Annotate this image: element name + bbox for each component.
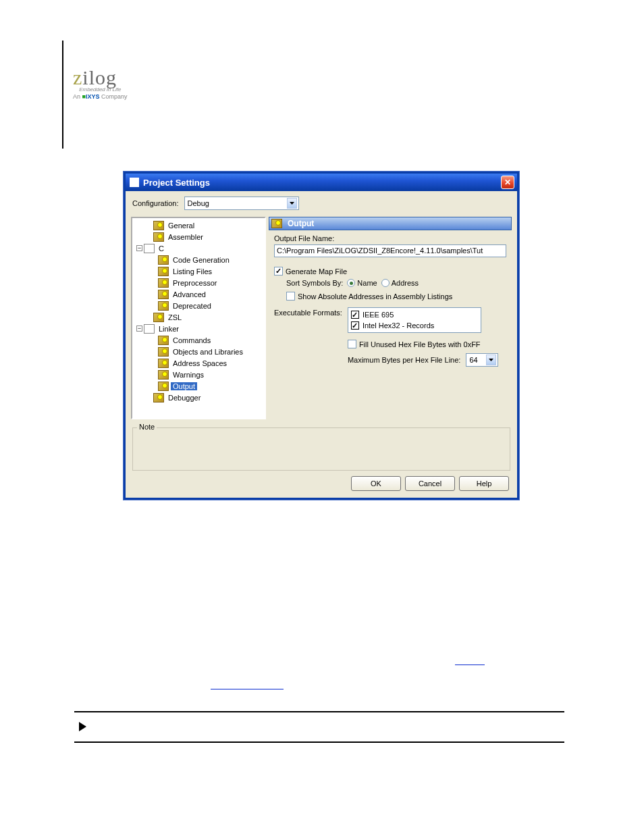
configuration-select[interactable]: Debug <box>184 197 299 210</box>
configuration-value: Debug <box>188 199 209 207</box>
format-intelhex-label: Intel Hex32 - Records <box>363 321 434 330</box>
close-button[interactable]: ✕ <box>501 176 514 189</box>
horizontal-rule-top <box>74 711 564 712</box>
configuration-label: Configuration: <box>132 199 179 207</box>
svg-marker-1 <box>489 359 493 361</box>
fill-unused-checkbox[interactable] <box>348 340 356 348</box>
panel-heading-bar: Output <box>269 217 512 230</box>
folder-icon <box>144 324 155 334</box>
dropdown-arrow-icon <box>486 355 496 365</box>
collapse-icon[interactable]: − <box>136 245 142 251</box>
tree-commands[interactable]: Commands <box>134 334 265 346</box>
tree-advanced[interactable]: Advanced <box>134 288 265 300</box>
panel-heading: Output <box>288 219 314 228</box>
output-panel: Output Output File Name: C:\Program File… <box>269 217 512 419</box>
generate-map-checkbox[interactable] <box>274 267 283 276</box>
node-icon <box>158 278 169 288</box>
sort-name-radio[interactable] <box>347 279 355 287</box>
tree-linker[interactable]: −Linker <box>134 323 265 334</box>
generate-map-label: Generate Map File <box>286 267 347 276</box>
tree-general[interactable]: General <box>134 219 265 231</box>
tree-zsl[interactable]: ZSL <box>134 311 265 323</box>
max-bytes-value: 64 <box>469 356 477 364</box>
horizontal-rule-bottom <box>74 741 564 743</box>
folder-icon <box>144 244 155 253</box>
tree-output[interactable]: Output <box>134 380 265 392</box>
titlebar[interactable]: Project Settings ✕ <box>126 174 517 191</box>
tree-c[interactable]: −C <box>134 242 265 254</box>
cancel-button[interactable]: Cancel <box>405 476 455 491</box>
note-legend: Note <box>137 423 157 431</box>
sort-symbols-label: Sort Symbols By: <box>286 279 343 287</box>
logo-tagline: Embedded in Life <box>73 86 128 93</box>
window-title: Project Settings <box>143 178 501 188</box>
sort-name-label: Name <box>357 279 377 287</box>
settings-tree[interactable]: General Assembler −C Code Generation Lis… <box>131 217 266 419</box>
node-icon <box>158 382 169 391</box>
link-underline <box>211 689 284 689</box>
tree-preproc[interactable]: Preprocessor <box>134 277 265 288</box>
node-icon <box>153 232 164 242</box>
sort-address-label: Address <box>392 279 419 287</box>
tree-assembler[interactable]: Assembler <box>134 231 265 242</box>
svg-marker-0 <box>290 202 294 205</box>
link-underline <box>455 664 485 665</box>
help-button[interactable]: Help <box>459 476 509 491</box>
tree-debugger[interactable]: Debugger <box>134 392 265 403</box>
node-icon <box>158 301 169 311</box>
node-icon <box>158 267 169 276</box>
zilog-logo: zilog <box>73 66 128 89</box>
show-absolute-label: Show Absolute Addresses in Assembly List… <box>298 292 452 301</box>
node-icon <box>153 313 164 322</box>
window-icon <box>130 178 139 187</box>
node-icon <box>158 336 169 345</box>
collapse-icon[interactable]: − <box>136 325 142 332</box>
format-ieee695-checkbox[interactable] <box>351 311 359 319</box>
format-ieee695-label: IEEE 695 <box>363 311 394 319</box>
node-icon <box>158 359 169 368</box>
project-settings-dialog: Project Settings ✕ Configuration: Debug … <box>124 172 519 500</box>
node-icon <box>158 347 169 357</box>
format-intelhex-checkbox[interactable] <box>351 321 359 330</box>
note-groupbox: Note <box>132 427 510 471</box>
fill-unused-label: Fill Unused Hex File Bytes with 0xFF <box>359 340 481 348</box>
panel-heading-icon <box>271 219 282 228</box>
node-icon <box>153 221 164 230</box>
tree-deprecated[interactable]: Deprecated <box>134 300 265 311</box>
max-bytes-label: Maximum Bytes per Hex File Line: <box>348 356 461 364</box>
tree-warnings[interactable]: Warnings <box>134 369 265 380</box>
executable-formats-list[interactable]: IEEE 695 Intel Hex32 - Records <box>348 307 481 333</box>
vertical-rule <box>62 41 63 149</box>
dropdown-arrow-icon <box>287 198 297 209</box>
tree-addrsp[interactable]: Address Spaces <box>134 357 265 369</box>
executable-formats-label: Executable Formats: <box>274 307 342 317</box>
sort-address-radio[interactable] <box>381 279 390 287</box>
node-icon <box>158 370 169 380</box>
show-absolute-checkbox[interactable] <box>286 292 295 301</box>
tree-objlib[interactable]: Objects and Libraries <box>134 346 265 357</box>
triangle-marker-icon <box>79 722 86 731</box>
node-icon <box>158 255 169 265</box>
logo-block: zilog Embedded in Life An ■IXYS Company <box>73 66 128 100</box>
output-filename-input[interactable]: C:\Program Files\ZiLOG\ZDSII_Z8Encore!_4… <box>274 244 506 257</box>
max-bytes-select[interactable]: 64 <box>466 353 498 367</box>
node-icon <box>158 290 169 299</box>
tree-listing[interactable]: Listing Files <box>134 265 265 277</box>
tree-codegen[interactable]: Code Generation <box>134 254 265 265</box>
ok-button[interactable]: OK <box>351 476 401 491</box>
node-icon <box>153 393 164 402</box>
logo-company: An ■IXYS Company <box>73 93 128 100</box>
output-filename-label: Output File Name: <box>274 234 506 242</box>
